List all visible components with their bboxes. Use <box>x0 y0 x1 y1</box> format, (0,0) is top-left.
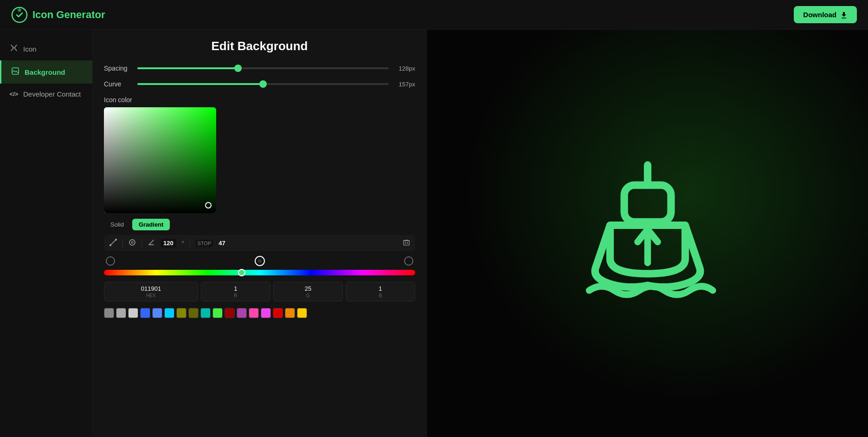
hex-label: HEX <box>108 293 194 298</box>
swatch-2[interactable] <box>128 308 138 318</box>
solid-tab[interactable]: Solid <box>104 219 130 230</box>
curve-row: Curve 157px <box>104 80 415 88</box>
color-mode-tabs: Solid Gradient <box>104 219 415 230</box>
background-sidebar-icon <box>11 67 20 77</box>
b-label: B <box>350 293 411 298</box>
swatch-3[interactable] <box>140 308 150 318</box>
gradient-angle-unit: ° <box>182 240 184 247</box>
swatch-10[interactable] <box>225 308 235 318</box>
download-icon <box>840 11 848 19</box>
spacing-thumb[interactable] <box>234 65 242 72</box>
curve-value: 157px <box>394 81 415 88</box>
swatch-15[interactable] <box>285 308 295 318</box>
sidebar-icon-label: Icon <box>23 45 36 53</box>
sidebar-background-label: Background <box>25 68 65 76</box>
hex-value: 011901 <box>108 285 194 292</box>
sidebar-item-icon[interactable]: Icon <box>0 37 92 60</box>
gradient-stop-value[interactable]: 47 <box>219 240 225 247</box>
gradient-stop-left[interactable] <box>106 256 115 266</box>
gradient-angle-icon <box>148 239 155 248</box>
edit-panel: Edit Background Spacing 128px Curve 157p… <box>93 30 427 437</box>
svg-rect-1 <box>12 68 19 74</box>
spacing-fill <box>137 67 238 69</box>
icon-color-label: Icon color <box>104 96 415 104</box>
b-value: 1 <box>350 285 411 292</box>
curve-track <box>137 83 389 85</box>
spacing-label: Spacing <box>104 65 132 72</box>
swatch-4[interactable] <box>152 308 162 318</box>
grad-divider-1 <box>122 239 123 248</box>
color-picker[interactable] <box>104 107 216 213</box>
svg-rect-7 <box>404 241 409 245</box>
developer-contact-sidebar-icon: </> <box>9 91 19 98</box>
swatch-6[interactable] <box>176 308 186 318</box>
spacing-value: 128px <box>394 65 415 72</box>
sidebar-item-background[interactable]: Background <box>0 60 92 84</box>
gradient-stops-row <box>104 256 415 266</box>
curve-thumb[interactable] <box>259 80 267 88</box>
gradient-tab[interactable]: Gradient <box>132 219 170 230</box>
swatch-12[interactable] <box>249 308 259 318</box>
r-value: 1 <box>205 285 266 292</box>
swatch-11[interactable] <box>237 308 247 318</box>
gradient-stop-label: STOP <box>196 240 213 247</box>
spacing-row: Spacing 128px <box>104 65 415 72</box>
spacing-slider-wrap[interactable] <box>137 67 389 69</box>
color-dark-overlay <box>104 107 216 213</box>
g-input[interactable]: 25 G <box>273 282 343 301</box>
svg-rect-11 <box>624 185 671 222</box>
grad-divider-3 <box>190 239 190 248</box>
gradient-angle-value[interactable]: 120 <box>161 239 176 248</box>
svg-line-2 <box>110 240 116 245</box>
curve-label: Curve <box>104 80 132 88</box>
gradient-line-icon[interactable] <box>109 239 117 248</box>
panel-title: Edit Background <box>104 39 415 53</box>
svg-point-3 <box>109 244 111 246</box>
logo: Icon Generator <box>11 7 105 23</box>
swatch-8[interactable] <box>200 308 211 318</box>
sidebar-item-developer-contact[interactable]: </> Developer Contact <box>0 84 92 104</box>
rgba-inputs: 011901 HEX 1 R 25 G 1 B <box>104 282 415 301</box>
swatch-14[interactable] <box>273 308 283 318</box>
color-cursor <box>205 202 212 209</box>
curve-fill <box>137 83 263 85</box>
gradient-stop-center[interactable] <box>255 256 265 266</box>
curve-slider-wrap[interactable] <box>137 83 389 85</box>
header: Icon Generator Download <box>0 0 868 30</box>
preview-area <box>427 30 868 437</box>
b-input[interactable]: 1 B <box>346 282 415 301</box>
main-layout: Icon Background </> Developer Contact Ed… <box>0 30 868 437</box>
ship-icon-preview <box>564 150 731 317</box>
swatch-9[interactable] <box>212 308 223 318</box>
swatch-13[interactable] <box>261 308 271 318</box>
svg-point-4 <box>115 239 117 241</box>
color-swatches <box>104 308 415 318</box>
hue-slider[interactable] <box>104 270 415 275</box>
swatch-7[interactable] <box>188 308 199 318</box>
sidebar: Icon Background </> Developer Contact <box>0 30 93 437</box>
svg-point-6 <box>131 241 133 243</box>
g-label: G <box>277 293 339 298</box>
r-label: R <box>205 293 266 298</box>
grad-divider-2 <box>141 239 142 248</box>
gradient-delete-icon[interactable] <box>403 239 410 248</box>
hex-input[interactable]: 011901 HEX <box>104 282 198 301</box>
gradient-controls: 120 ° STOP 47 <box>104 235 415 251</box>
swatch-16[interactable] <box>297 308 307 318</box>
spacing-track <box>137 67 389 69</box>
swatch-1[interactable] <box>116 308 126 318</box>
g-value: 25 <box>277 285 339 292</box>
swatch-5[interactable] <box>164 308 174 318</box>
icon-sidebar-icon <box>9 44 19 54</box>
download-label: Download <box>803 11 836 19</box>
color-gradient <box>104 107 216 213</box>
gradient-stop-right[interactable] <box>404 256 413 266</box>
sidebar-developer-contact-label: Developer Contact <box>23 90 81 98</box>
gradient-circle-icon[interactable] <box>129 239 136 248</box>
download-button[interactable]: Download <box>794 6 857 23</box>
svg-point-5 <box>129 240 135 245</box>
swatch-0[interactable] <box>104 308 114 318</box>
r-input[interactable]: 1 R <box>201 282 270 301</box>
logo-icon <box>11 7 28 23</box>
hue-thumb[interactable] <box>238 269 245 276</box>
